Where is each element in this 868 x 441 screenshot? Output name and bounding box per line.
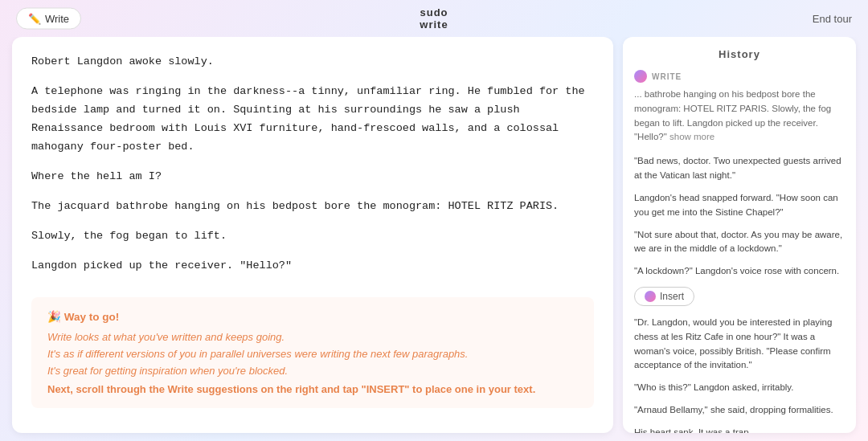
tutorial-title: 🎉 Way to go!: [47, 310, 578, 323]
story-para-4: The jacquard bathrobe hanging on his bed…: [31, 198, 594, 216]
history-item-2: Langdon's head snapped forward. "How soo…: [634, 191, 845, 220]
tutorial-line-3: It's great for getting inspiration when …: [47, 365, 578, 377]
history-item-6: "Who is this?" Langdon asked, irritably.: [634, 381, 845, 395]
history-item-8: His heart sank. It was a trap.: [634, 426, 845, 433]
story-para-5: Slowly, the fog began to lift.: [31, 227, 594, 246]
logo-top: sudo: [420, 6, 448, 18]
pen-icon: ✏️: [28, 13, 41, 25]
tutorial-line-2: It's as if different versions of you in …: [47, 348, 578, 360]
editor-panel[interactable]: Robert Langdon awoke slowly. A telephone…: [12, 37, 613, 433]
write-badge: WRITE: [652, 72, 682, 81]
insert-icon-1: [645, 291, 656, 302]
tutorial-box: 🎉 Way to go! Write looks at what you've …: [31, 297, 594, 408]
write-dot-icon: [634, 70, 647, 83]
history-item-4: "A lockdown?" Langdon's voice rose with …: [634, 264, 845, 279]
insert-button-1[interactable]: Insert: [634, 287, 694, 306]
end-tour-button[interactable]: End tour: [813, 13, 852, 25]
story-para-2: A telephone was ringing in the darkness-…: [31, 83, 594, 157]
history-title: History: [634, 48, 845, 60]
history-panel[interactable]: History WRITE ... bathrobe hanging on hi…: [623, 37, 856, 433]
history-item-1: "Bad news, doctor. Two unexpected guests…: [634, 154, 845, 183]
main-content: Robert Langdon awoke slowly. A telephone…: [0, 37, 868, 441]
header: ✏️ Write sudo write End tour: [0, 0, 868, 37]
story-para-6: Langdon picked up the receiver. "Hello?": [31, 257, 594, 276]
tutorial-cta: Next, scroll through the Write suggestio…: [47, 383, 578, 395]
write-header: WRITE: [634, 70, 845, 83]
show-more-link[interactable]: show more: [669, 132, 714, 141]
write-section: WRITE ... bathrobe hanging on his bedpos…: [634, 70, 845, 145]
history-snippet: ... bathrobe hanging on his bedpost bore…: [634, 88, 845, 145]
tutorial-line-1: Write looks at what you've written and k…: [47, 331, 578, 343]
write-button-label: Write: [45, 13, 69, 25]
history-item-5: "Dr. Langdon, would you be interested in…: [634, 316, 845, 373]
story-text: Robert Langdon awoke slowly. A telephone…: [31, 53, 594, 275]
history-item-3: "Not sure about that, doctor. As you may…: [634, 228, 845, 257]
logo-bottom: write: [420, 18, 448, 31]
story-para-3: Where the hell am I?: [31, 168, 594, 186]
story-para-1: Robert Langdon awoke slowly.: [31, 53, 594, 71]
logo: sudo write: [420, 6, 448, 31]
write-button[interactable]: ✏️ Write: [16, 8, 81, 30]
history-item-7: "Arnaud Bellamy," she said, dropping for…: [634, 403, 845, 418]
